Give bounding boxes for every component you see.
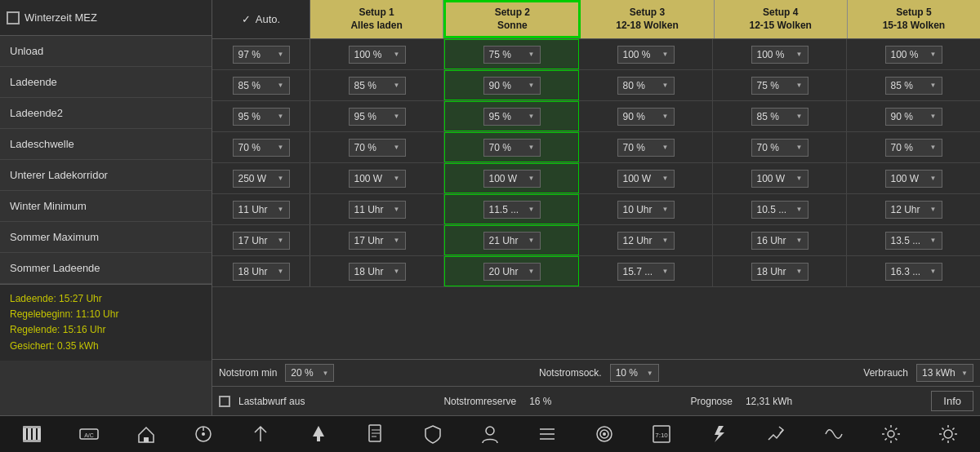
unload-setup1-dropdown[interactable]: 100 % ▼ xyxy=(349,46,406,64)
unload-setup2-dropdown[interactable]: 75 % ▼ xyxy=(483,46,541,64)
wintermin-setup2-dropdown[interactable]: 11.5 ... ▼ xyxy=(483,201,541,219)
ladeschwelle-auto-dropdown[interactable]: 70 % ▼ xyxy=(233,139,290,157)
ladeende2-auto-dropdown[interactable]: 95 % ▼ xyxy=(233,108,290,126)
radiator-icon[interactable] xyxy=(19,421,45,447)
ladeschwelle-setup4-dropdown[interactable]: 70 % ▼ xyxy=(751,139,808,157)
left-panel: Winterzeit MEZ Unload Ladeende Ladeende2… xyxy=(0,0,212,415)
ladeende-setup1-dropdown[interactable]: 85 % ▼ xyxy=(349,77,406,95)
ladekorridor-setup5-dropdown[interactable]: 100 W ▼ xyxy=(885,170,942,188)
ladeschwelle-setup2-dropdown[interactable]: 70 % ▼ xyxy=(483,139,541,157)
layers-icon[interactable] xyxy=(591,421,617,447)
verbrauch-dropdown[interactable]: 13 kWh ▼ xyxy=(916,364,973,382)
power-icon[interactable] xyxy=(706,421,732,447)
ladekorridor-setup2-dropdown[interactable]: 100 W ▼ xyxy=(483,170,541,188)
unload-label: Unload xyxy=(0,36,212,67)
sommerladeende-auto-dropdown[interactable]: 18 Uhr ▼ xyxy=(233,263,290,281)
wintermin-setup5-dropdown[interactable]: 12 Uhr ▼ xyxy=(885,201,942,219)
person-icon[interactable] xyxy=(477,421,503,447)
chevron-down-icon: ▼ xyxy=(930,82,937,89)
wintermin-setup3-dropdown[interactable]: 10 Uhr ▼ xyxy=(617,201,675,219)
unload-setup2-cell: 75 % ▼ xyxy=(444,39,579,69)
ladeende-setup3-dropdown[interactable]: 80 % ▼ xyxy=(617,77,675,95)
list-icon[interactable] xyxy=(534,421,560,447)
chevron-down-icon: ▼ xyxy=(662,82,669,89)
ladeende-setup5-dropdown[interactable]: 85 % ▼ xyxy=(885,77,942,95)
ladeende2-setup3-dropdown[interactable]: 90 % ▼ xyxy=(617,108,675,126)
sommerladeende-setup2-dropdown[interactable]: 20 Uhr ▼ xyxy=(483,263,541,281)
ladeende2-setup4-dropdown[interactable]: 85 % ▼ xyxy=(751,108,808,126)
unload-setup3-dropdown[interactable]: 100 % ▼ xyxy=(617,46,675,64)
sun-icon[interactable] xyxy=(935,421,961,447)
table-row: 95 % ▼ 95 % ▼ 95 % ▼ xyxy=(212,101,980,132)
home-icon[interactable] xyxy=(133,421,159,447)
ladeende-auto-cell: 85 % ▼ xyxy=(212,70,310,100)
sommermax-setup5-dropdown[interactable]: 13.5 ... ▼ xyxy=(885,232,942,250)
setup2-header: Setup 2 Sonne xyxy=(443,0,581,38)
tree-icon[interactable] xyxy=(305,421,332,447)
svg-rect-5 xyxy=(23,440,41,442)
unload-setup4-dropdown[interactable]: 100 % ▼ xyxy=(751,46,808,64)
wave-icon[interactable] xyxy=(821,421,847,447)
chevron-down-icon: ▼ xyxy=(528,206,535,213)
winterzeit-checkbox[interactable] xyxy=(7,11,20,24)
data-rows-container: 97 % ▼ 100 % ▼ 75 % ▼ xyxy=(212,39,980,359)
verbrauch-label: Verbrauch xyxy=(863,367,908,379)
wintermin-auto-dropdown[interactable]: 11 Uhr ▼ xyxy=(233,201,290,219)
ladekorridor-auto-dropdown[interactable]: 250 W ▼ xyxy=(233,170,290,188)
ladekorridor-setup1-dropdown[interactable]: 100 W ▼ xyxy=(349,170,406,188)
sommerladeende-auto-cell: 18 Uhr ▼ xyxy=(212,256,310,286)
chevron-down-icon: ▼ xyxy=(647,370,653,377)
ladeende2-setup2-dropdown[interactable]: 95 % ▼ xyxy=(483,108,541,126)
chevron-down-icon: ▼ xyxy=(662,144,669,151)
ladekorridor-setup3-dropdown[interactable]: 100 W ▼ xyxy=(617,170,675,188)
status-regelebeginn: Regelebeginn: 11:10 Uhr xyxy=(10,307,202,322)
sommerladeende-setup4-cell: 18 Uhr ▼ xyxy=(713,256,847,286)
ladeschwelle-setup5-dropdown[interactable]: 70 % ▼ xyxy=(885,139,942,157)
sommerladeende-setup1-dropdown[interactable]: 18 Uhr ▼ xyxy=(349,263,406,281)
svg-rect-12 xyxy=(317,436,320,441)
chevron-down-icon: ▼ xyxy=(394,206,400,213)
chevron-down-icon: ▼ xyxy=(662,206,669,213)
ac-icon[interactable]: A/C xyxy=(76,421,102,447)
sommermax-setup2-dropdown[interactable]: 21 Uhr ▼ xyxy=(483,232,541,250)
svg-point-17 xyxy=(486,427,494,435)
bottom-rows: Notstrom min 20 % ▼ Notstromsock. 10 % ▼… xyxy=(212,359,980,415)
gear-icon[interactable] xyxy=(878,421,904,447)
main-container: Winterzeit MEZ Unload Ladeende Ladeende2… xyxy=(0,0,980,452)
sommermax-setup1-dropdown[interactable]: 17 Uhr ▼ xyxy=(349,232,406,250)
wintermin-setup4-dropdown[interactable]: 10.5 ... ▼ xyxy=(751,201,808,219)
wintermin-setup1-dropdown[interactable]: 11 Uhr ▼ xyxy=(349,201,406,219)
arrow-up-icon[interactable] xyxy=(247,421,274,447)
ladeende-setup2-dropdown[interactable]: 90 % ▼ xyxy=(483,77,541,95)
sommerladeende-setup5-dropdown[interactable]: 16.3 ... ▼ xyxy=(885,263,942,281)
doc-icon[interactable] xyxy=(363,421,389,447)
notstromsock-dropdown[interactable]: 10 % ▼ xyxy=(610,364,659,382)
ladeschwelle-setup1-dropdown[interactable]: 70 % ▼ xyxy=(349,139,406,157)
shield-icon[interactable] xyxy=(420,421,446,447)
winterzeit-checkbox-label[interactable]: Winterzeit MEZ xyxy=(7,11,97,24)
sommerladeende-setup4-dropdown[interactable]: 18 Uhr ▼ xyxy=(751,263,808,281)
gauge-icon[interactable] xyxy=(190,421,216,447)
time-icon[interactable]: 7:10 xyxy=(648,421,675,447)
sommerladeende-setup3-dropdown[interactable]: 15.7 ... ▼ xyxy=(617,263,675,281)
table-row: 11 Uhr ▼ 11 Uhr ▼ 11.5 ... ▼ xyxy=(212,194,980,225)
chevron-down-icon: ▼ xyxy=(930,237,937,244)
ladekorridor-auto-cell: 250 W ▼ xyxy=(212,163,310,193)
winterzeit-label: Winterzeit MEZ xyxy=(24,11,97,24)
sommermax-setup3-dropdown[interactable]: 12 Uhr ▼ xyxy=(617,232,675,250)
ladeende2-setup5-dropdown[interactable]: 90 % ▼ xyxy=(885,108,942,126)
ladeende2-setup1-dropdown[interactable]: 95 % ▼ xyxy=(349,108,406,126)
sommermax-setup4-dropdown[interactable]: 16 Uhr ▼ xyxy=(751,232,808,250)
info-button[interactable]: Info xyxy=(931,391,973,411)
flow-icon[interactable] xyxy=(763,421,789,447)
ladeende-auto-dropdown[interactable]: 85 % ▼ xyxy=(233,77,290,95)
unload-auto-dropdown[interactable]: 97 % ▼ xyxy=(233,46,290,64)
ladekorridor-setup4-dropdown[interactable]: 100 W ▼ xyxy=(751,170,808,188)
notstrom-min-dropdown[interactable]: 20 % ▼ xyxy=(285,364,334,382)
ladeschwelle-setup3-dropdown[interactable]: 70 % ▼ xyxy=(617,139,675,157)
sommermax-auto-dropdown[interactable]: 17 Uhr ▼ xyxy=(233,232,290,250)
lastabwurf-checkbox[interactable] xyxy=(219,396,230,407)
unload-setup5-dropdown[interactable]: 100 % ▼ xyxy=(885,46,942,64)
chevron-down-icon: ▼ xyxy=(662,268,669,275)
ladeende-setup4-dropdown[interactable]: 75 % ▼ xyxy=(751,77,808,95)
